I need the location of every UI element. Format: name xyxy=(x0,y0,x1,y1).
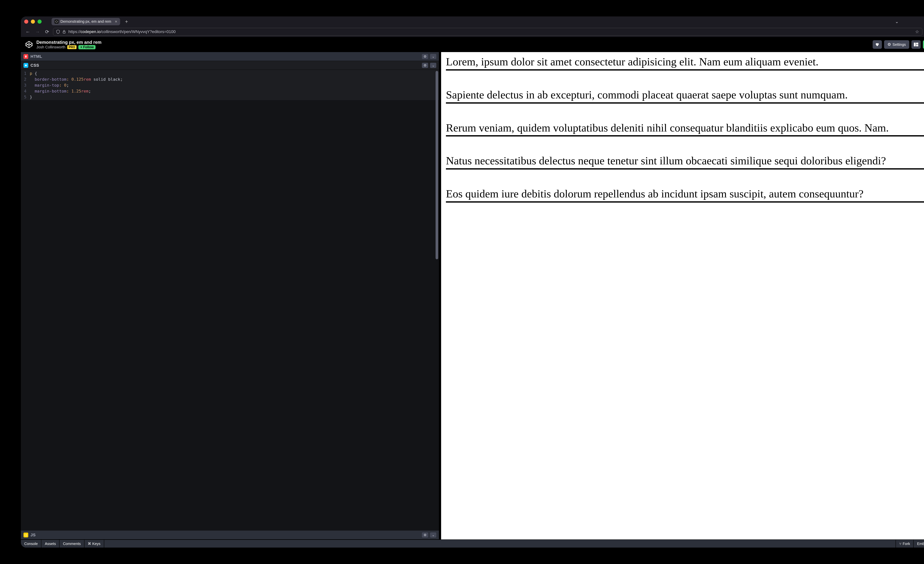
browser-window: Demonstrating px, em and rem × + ⌄ Priva… xyxy=(21,16,924,548)
follow-button[interactable]: + Follow xyxy=(78,45,96,49)
html-panel-header[interactable]: HTML ⚙ ⌄ xyxy=(21,52,439,61)
gear-icon: ⚙ xyxy=(887,42,891,47)
tab-title: Demonstrating px, em and rem xyxy=(60,19,111,24)
preview-paragraph: Lorem, ipsum dolor sit amet consectetur … xyxy=(446,55,924,70)
css-code[interactable]: p { border-bottom: 0.125rem solid black;… xyxy=(28,70,123,100)
url-text: https://codepen.io/collinsworth/pen/WNyv… xyxy=(68,29,176,34)
shortcuts-button[interactable]: ⌘Keys xyxy=(84,540,104,548)
reload-button[interactable]: ⟳ xyxy=(44,28,51,36)
preview-paragraph: Eos quidem iure debitis dolorum repellen… xyxy=(446,187,924,203)
css-lang-icon xyxy=(24,63,28,68)
tab-favicon xyxy=(54,19,58,24)
url-bar[interactable]: https://codepen.io/collinsworth/pen/WNyv… xyxy=(53,28,922,36)
window-controls xyxy=(24,19,42,24)
maximize-window-button[interactable] xyxy=(38,19,42,24)
svg-rect-15 xyxy=(916,45,918,46)
shield-icon[interactable] xyxy=(56,30,60,34)
css-panel-settings-icon[interactable]: ⚙ xyxy=(422,63,428,68)
lock-icon[interactable] xyxy=(63,30,66,34)
new-tab-button[interactable]: + xyxy=(125,19,128,25)
codepen-app: Demonstrating px, em and rem Josh Collin… xyxy=(21,37,924,548)
html-panel-chevron-down-icon[interactable]: ⌄ xyxy=(430,54,436,59)
js-panel-chevron-down-icon[interactable]: ⌄ xyxy=(430,533,436,538)
console-button[interactable]: Console xyxy=(21,540,41,548)
svg-rect-3 xyxy=(63,31,65,33)
html-panel-label: HTML xyxy=(30,54,42,59)
url-toolbar: ← → ⟳ https://codepen.io/collinsworth/pe… xyxy=(21,27,924,37)
close-window-button[interactable] xyxy=(24,19,28,24)
embed-button[interactable]: Embed xyxy=(913,540,924,548)
preview-paragraph: Rerum veniam, quidem voluptatibus deleni… xyxy=(446,121,924,137)
html-lang-icon xyxy=(24,54,28,59)
css-panel-header[interactable]: CSS ⚙ ⌄ xyxy=(21,61,439,70)
header-actions: ⚙Settings Sign Up Log In xyxy=(873,40,924,49)
preview-paragraph: Natus necessitatibus delectus neque tene… xyxy=(446,154,924,169)
browser-tab[interactable]: Demonstrating px, em and rem × xyxy=(51,18,120,25)
tabs-dropdown-icon[interactable]: ⌄ xyxy=(895,19,898,24)
workspace: HTML ⚙ ⌄ CSS ⚙ ⌄ xyxy=(21,52,924,539)
settings-button[interactable]: ⚙Settings xyxy=(884,40,909,49)
back-button[interactable]: ← xyxy=(24,28,32,36)
forward-button[interactable]: → xyxy=(34,28,41,36)
preview-pane: Lorem, ipsum dolor sit amet consectetur … xyxy=(441,52,924,539)
js-panel-header[interactable]: ( ) JS ⚙ ⌄ xyxy=(21,531,439,539)
assets-button[interactable]: Assets xyxy=(41,540,60,548)
layout-button[interactable] xyxy=(911,40,921,49)
preview-content: Lorem, ipsum dolor sit amet consectetur … xyxy=(441,52,924,203)
js-panel-label: JS xyxy=(30,533,36,537)
css-panel-label: CSS xyxy=(30,63,39,68)
css-panel: CSS ⚙ ⌄ 12345 p { border-bottom: 0.125re… xyxy=(21,61,439,531)
line-gutter: 12345 xyxy=(21,70,28,100)
js-lang-icon: ( ) xyxy=(24,533,28,537)
titlebar: Demonstrating px, em and rem × + ⌄ Priva… xyxy=(21,16,924,27)
minimize-window-button[interactable] xyxy=(31,19,35,24)
pro-badge: PRO xyxy=(67,45,77,49)
fork-button[interactable]: ⑂Fork xyxy=(896,540,913,548)
settings-label: Settings xyxy=(892,42,906,47)
pen-author[interactable]: Josh Collinsworth xyxy=(36,45,65,49)
command-icon: ⌘ xyxy=(88,542,91,546)
svg-marker-0 xyxy=(56,21,57,22)
app-footer: Console Assets Comments ⌘Keys ⑂Fork Embe… xyxy=(21,539,924,548)
layout-icon xyxy=(914,42,918,46)
editors-column: HTML ⚙ ⌄ CSS ⚙ ⌄ xyxy=(21,52,439,539)
comments-button[interactable]: Comments xyxy=(60,540,84,548)
fork-icon: ⑂ xyxy=(899,542,902,546)
love-button[interactable] xyxy=(873,40,882,49)
pen-title: Demonstrating px, em and rem xyxy=(36,40,102,45)
app-header: Demonstrating px, em and rem Josh Collin… xyxy=(21,37,924,52)
pen-meta: Demonstrating px, em and rem Josh Collin… xyxy=(36,40,102,49)
css-panel-chevron-down-icon[interactable]: ⌄ xyxy=(430,63,436,68)
svg-rect-14 xyxy=(916,43,918,44)
css-editor-body[interactable]: 12345 p { border-bottom: 0.125rem solid … xyxy=(21,70,439,531)
html-panel-settings-icon[interactable]: ⚙ xyxy=(422,54,428,59)
preview-paragraph: Sapiente delectus in ab excepturi, commo… xyxy=(446,88,924,103)
bookmark-star-icon[interactable]: ☆ xyxy=(915,29,919,34)
svg-rect-13 xyxy=(914,43,916,46)
js-panel-settings-icon[interactable]: ⚙ xyxy=(422,533,428,538)
tab-close-icon[interactable]: × xyxy=(115,19,117,24)
heart-icon xyxy=(875,42,879,46)
editor-scrollbar[interactable] xyxy=(436,71,438,259)
signup-button[interactable]: Sign Up xyxy=(923,40,924,49)
codepen-logo-icon[interactable] xyxy=(25,40,33,49)
